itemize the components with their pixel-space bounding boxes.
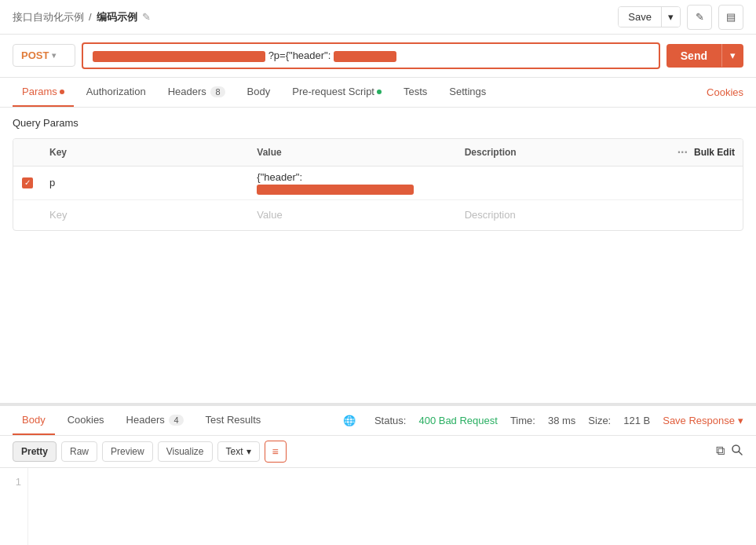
response-header: Body Cookies Headers 4 Test Results 🌐 St… [0,404,756,436]
empty-description[interactable]: Description [457,204,664,225]
pencil-icon: ✎ [696,11,704,23]
table-row-empty: Key Value Description [13,200,743,230]
save-button-group: Save ▾ [618,6,681,27]
row-description[interactable] [457,178,664,188]
top-bar-actions: Save ▾ ✎ ▤ [618,5,743,30]
row-checkbox-cell: ✓ [13,173,42,193]
wrap-button[interactable]: ≡ [265,441,287,463]
response-section: Body Cookies Headers 4 Test Results 🌐 St… [0,403,756,545]
value-col-header: Value [249,141,456,164]
save-dropdown-button[interactable]: ▾ [661,7,680,27]
status-value: 400 Bad Request [418,415,497,426]
empty-value[interactable]: Value [249,204,456,225]
format-type-select[interactable]: Text ▾ [217,441,260,462]
format-select-chevron: ▾ [247,446,251,457]
response-status-bar: 🌐 Status: 400 Bad Request Time: 38 ms Si… [343,415,743,426]
search-response-button[interactable] [731,444,743,459]
checkmark-icon: ✓ [24,178,31,187]
params-section: Query Params Key Value Description ··· B… [0,108,756,403]
format-select-label: Text [226,446,243,457]
table-row: ✓ p {"header": [13,166,743,200]
save-button[interactable]: Save [619,7,661,27]
method-select[interactable]: POST ▾ [13,44,75,67]
row-bulk-edit-cell [664,178,743,188]
breadcrumb-current: 编码示例 [97,10,137,24]
response-toolbar: Pretty Raw Preview Visualize Text ▾ ≡ ⧉ [0,436,756,468]
empty-key[interactable]: Key [42,204,249,225]
response-tab-cookies[interactable]: Cookies [58,406,114,435]
top-bar: 接口自动化示例 / 编码示例 ✎ Save ▾ ✎ ▤ [0,0,756,35]
time-value: 38 ms [548,415,575,426]
params-table: Key Value Description ··· Bulk Edit ✓ [13,138,743,231]
row-key[interactable]: p [42,172,249,193]
size-value: 121 B [623,415,650,426]
value-redacted [257,185,414,195]
request-tabs: Params Authorization Headers 8 Body Pre-… [0,78,756,108]
cookies-link[interactable]: Cookies [707,86,743,98]
method-label: POST [21,49,49,61]
comment-icon: ▤ [726,11,736,23]
breadcrumb-parent: 接口自动化示例 [13,10,84,24]
svg-line-1 [739,452,742,455]
more-icon[interactable]: ··· [677,145,688,159]
row-checkbox[interactable]: ✓ [22,177,33,188]
line-numbers: 1 [0,468,28,545]
url-input[interactable]: ?p={"header": [82,42,660,69]
prerequest-dot [377,90,382,94]
key-col-header: Key [42,141,249,164]
url-text: ?p={"header": [268,49,334,61]
globe-icon: 🌐 [343,415,356,426]
breadcrumb-separator: / [89,11,92,23]
method-chevron-icon: ▾ [52,51,56,60]
response-tab-headers[interactable]: Headers 4 [117,406,193,435]
response-tab-test-results[interactable]: Test Results [196,406,271,435]
tab-authorization[interactable]: Authorization [77,78,155,107]
headers-badge: 8 [210,86,225,97]
send-dropdown-button[interactable]: ▾ [721,44,743,67]
url-redacted-part [93,51,265,62]
params-dot [60,90,64,94]
empty-checkbox-cell [13,210,42,220]
format-preview-button[interactable]: Preview [102,441,153,462]
tab-headers[interactable]: Headers 8 [159,78,235,107]
description-col-header: Description [457,141,664,164]
response-body-area: 1 [0,468,756,545]
size-label: Size: [588,415,611,426]
status-label: Status: [374,415,406,426]
format-visualize-button[interactable]: Visualize [158,441,213,462]
tab-prerequest[interactable]: Pre-request Script [283,78,391,107]
edit-icon[interactable]: ✎ [142,11,151,23]
bulk-edit-col-header: ··· Bulk Edit [664,139,743,166]
bulk-edit-button[interactable]: Bulk Edit [694,147,735,158]
response-tabs: Body Cookies Headers 4 Test Results [13,406,343,435]
wrap-icon: ≡ [272,445,278,458]
response-code-area[interactable] [28,468,756,545]
save-response-button[interactable]: Save Response ▾ [663,415,743,426]
empty-bulk-edit-cell [664,210,743,220]
send-button[interactable]: Send [667,44,721,68]
url-redacted-value [334,51,396,62]
response-headers-badge: 4 [169,415,183,426]
tab-tests[interactable]: Tests [394,78,436,107]
row-value[interactable]: {"header": [249,166,456,199]
format-raw-button[interactable]: Raw [61,441,97,462]
tab-body[interactable]: Body [238,78,280,107]
checkbox-col-header [13,146,42,159]
format-pretty-button[interactable]: Pretty [13,441,57,462]
response-toolbar-right: ⧉ [716,444,743,459]
pencil-button[interactable]: ✎ [687,5,712,30]
breadcrumb: 接口自动化示例 / 编码示例 ✎ [13,10,151,24]
value-prefix: {"header": [257,171,302,183]
line-number-1: 1 [6,476,21,488]
url-bar: POST ▾ ?p={"header": Send ▾ [0,35,756,78]
tab-params[interactable]: Params [13,78,74,107]
tab-settings[interactable]: Settings [440,78,495,107]
send-button-group: Send ▾ [667,44,743,68]
query-params-title: Query Params [13,117,743,129]
comment-button[interactable]: ▤ [718,5,743,30]
copy-response-button[interactable]: ⧉ [716,444,725,459]
response-tab-body[interactable]: Body [13,406,55,435]
time-label: Time: [510,415,535,426]
params-table-header: Key Value Description ··· Bulk Edit [13,139,743,166]
